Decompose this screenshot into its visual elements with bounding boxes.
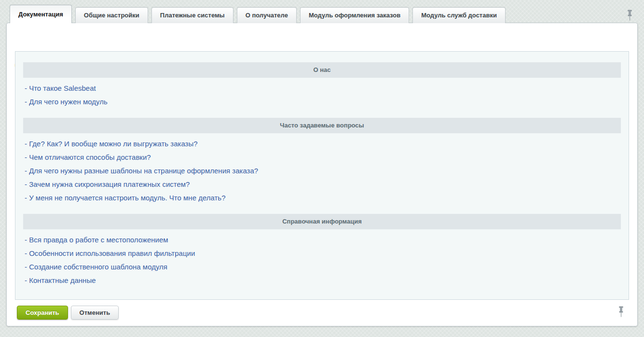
section-header: Справочная информация bbox=[23, 214, 621, 229]
doc-link[interactable]: - Что такое Salesbeat bbox=[25, 84, 96, 92]
doc-link-row: - Для чего нужны разные шаблоны на стран… bbox=[25, 164, 619, 178]
save-button[interactable]: Сохранить bbox=[17, 306, 68, 320]
tab-2[interactable]: Общие настройки bbox=[75, 7, 148, 23]
doc-link-row: - Чем отличаются способы доставки? bbox=[25, 151, 619, 164]
doc-link-row: - Что такое Salesbeat bbox=[25, 82, 619, 95]
doc-link[interactable]: - Для чего нужен модуль bbox=[25, 98, 108, 106]
doc-link-row: - Вся правда о работе с местоположением bbox=[25, 233, 619, 247]
doc-link[interactable]: - Зачем нужна сихронизация платежных сис… bbox=[25, 180, 190, 188]
section-header: Часто задавемые вопросы bbox=[23, 118, 621, 133]
doc-sections: О нас- Что такое Salesbeat- Для чего нуж… bbox=[23, 62, 621, 287]
doc-link-row: - У меня не получается настроить модуль.… bbox=[25, 191, 619, 205]
doc-link-row: - Контактные данные bbox=[25, 274, 619, 287]
section-links: - Вся правда о работе с местоположением-… bbox=[25, 233, 619, 287]
section-header: О нас bbox=[23, 62, 621, 78]
doc-link[interactable]: - Особенности использования правил фильт… bbox=[25, 249, 195, 257]
tab-4[interactable]: О получателе bbox=[237, 7, 297, 23]
section-links: - Что такое Salesbeat- Для чего нужен мо… bbox=[25, 82, 619, 109]
cancel-button[interactable]: Отменить bbox=[71, 306, 119, 320]
doc-link-row: - Для чего нужен модуль bbox=[25, 95, 619, 109]
tab-bar: ДокументацияОбщие настройкиПлатежные сис… bbox=[10, 5, 509, 23]
tab-5[interactable]: Модуль оформления заказов bbox=[300, 7, 409, 23]
section-links: - Где? Как? И вообще можно ли выгружать … bbox=[25, 137, 619, 205]
footer-buttons: Сохранить Отменить bbox=[17, 306, 122, 320]
doc-link[interactable]: - Где? Как? И вообще можно ли выгружать … bbox=[25, 140, 198, 148]
doc-link[interactable]: - Чем отличаются способы доставки? bbox=[25, 153, 151, 161]
pin-icon[interactable] bbox=[626, 10, 633, 22]
doc-link[interactable]: - Для чего нужны разные шаблоны на стран… bbox=[25, 167, 258, 175]
doc-link-row: - Где? Как? И вообще можно ли выгружать … bbox=[25, 137, 619, 151]
doc-link[interactable]: - Создание собственного шаблона модуля bbox=[25, 263, 167, 271]
doc-link-row: - Создание собственного шаблона модуля bbox=[25, 260, 619, 274]
doc-link[interactable]: - Контактные данные bbox=[25, 276, 96, 284]
tab-3[interactable]: Платежные системы bbox=[151, 7, 233, 23]
doc-link-row: - Особенности использования правил фильт… bbox=[25, 247, 619, 260]
tab-6[interactable]: Модуль служб доставки bbox=[412, 7, 506, 23]
pin-icon[interactable] bbox=[617, 306, 625, 319]
doc-link[interactable]: - У меня не получается настроить модуль.… bbox=[25, 194, 226, 202]
doc-link[interactable]: - Вся правда о работе с местоположением bbox=[25, 236, 168, 244]
doc-link-row: - Зачем нужна сихронизация платежных сис… bbox=[25, 178, 619, 191]
settings-panel: Документация модуля О нас- Что такое Sal… bbox=[6, 23, 638, 326]
tab-1[interactable]: Документация bbox=[10, 5, 72, 23]
documentation-box: О нас- Что такое Salesbeat- Для чего нуж… bbox=[15, 51, 629, 300]
